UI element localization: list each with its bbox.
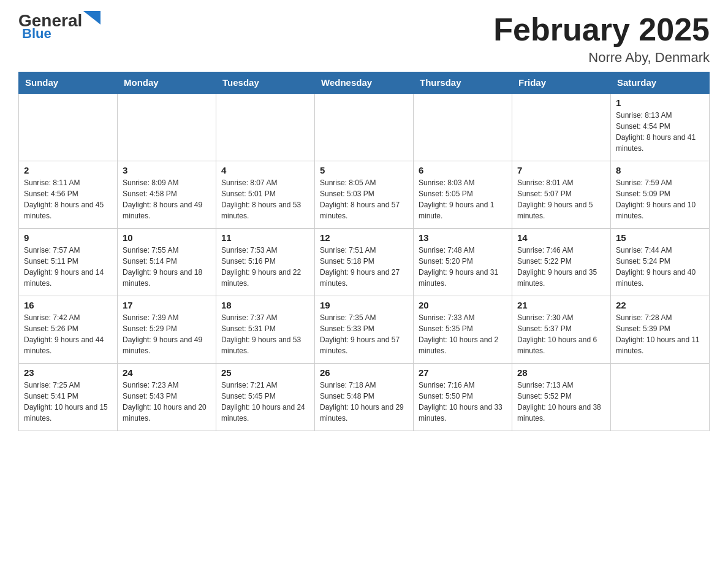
day-number: 7 (517, 165, 605, 175)
day-info: Sunrise: 8:05 AMSunset: 5:03 PMDaylight:… (320, 177, 408, 221)
calendar-day-cell (512, 93, 611, 161)
calendar-day-cell: 1Sunrise: 8:13 AMSunset: 4:54 PMDaylight… (611, 93, 710, 161)
title-block: February 2025 Norre Aby, Denmark (493, 12, 710, 66)
calendar-day-cell: 23Sunrise: 7:25 AMSunset: 5:41 PMDayligh… (19, 363, 118, 431)
calendar-week-row: 2Sunrise: 8:11 AMSunset: 4:56 PMDaylight… (19, 161, 710, 228)
logo: General Blue (18, 12, 100, 42)
day-info: Sunrise: 8:03 AMSunset: 5:05 PMDaylight:… (419, 177, 507, 221)
calendar-day-cell: 3Sunrise: 8:09 AMSunset: 4:58 PMDaylight… (118, 161, 216, 228)
weekday-header-row: SundayMondayTuesdayWednesdayThursdayFrid… (19, 72, 710, 94)
calendar-day-cell (611, 363, 710, 431)
day-info: Sunrise: 7:28 AMSunset: 5:39 PMDaylight:… (616, 312, 704, 356)
calendar-day-cell: 22Sunrise: 7:28 AMSunset: 5:39 PMDayligh… (611, 296, 710, 363)
calendar-day-cell (19, 93, 118, 161)
day-info: Sunrise: 8:01 AMSunset: 5:07 PMDaylight:… (517, 177, 605, 221)
day-number: 8 (616, 165, 704, 175)
day-info: Sunrise: 7:30 AMSunset: 5:37 PMDaylight:… (517, 312, 605, 356)
day-info: Sunrise: 7:37 AMSunset: 5:31 PMDaylight:… (221, 312, 309, 356)
calendar-week-row: 23Sunrise: 7:25 AMSunset: 5:41 PMDayligh… (19, 363, 710, 431)
day-info: Sunrise: 7:55 AMSunset: 5:14 PMDaylight:… (123, 245, 211, 289)
logo-icon (83, 11, 100, 28)
calendar-day-cell: 21Sunrise: 7:30 AMSunset: 5:37 PMDayligh… (512, 296, 611, 363)
day-info: Sunrise: 8:09 AMSunset: 4:58 PMDaylight:… (123, 177, 211, 221)
day-number: 11 (221, 232, 309, 243)
calendar-day-cell: 4Sunrise: 8:07 AMSunset: 5:01 PMDaylight… (216, 161, 315, 228)
weekday-header-tuesday: Tuesday (216, 72, 315, 94)
calendar-day-cell: 13Sunrise: 7:48 AMSunset: 5:20 PMDayligh… (414, 228, 512, 296)
day-info: Sunrise: 7:13 AMSunset: 5:52 PMDaylight:… (517, 380, 605, 424)
day-number: 24 (123, 367, 211, 378)
day-number: 1 (616, 98, 704, 108)
day-info: Sunrise: 7:48 AMSunset: 5:20 PMDaylight:… (419, 245, 507, 289)
calendar-day-cell: 5Sunrise: 8:05 AMSunset: 5:03 PMDaylight… (315, 161, 414, 228)
calendar-day-cell: 27Sunrise: 7:16 AMSunset: 5:50 PMDayligh… (414, 363, 512, 431)
day-number: 27 (419, 367, 507, 378)
calendar-day-cell: 10Sunrise: 7:55 AMSunset: 5:14 PMDayligh… (118, 228, 216, 296)
day-number: 10 (123, 232, 211, 243)
day-number: 25 (221, 367, 309, 378)
day-info: Sunrise: 7:57 AMSunset: 5:11 PMDaylight:… (24, 245, 112, 289)
day-number: 2 (24, 165, 112, 175)
calendar-day-cell: 16Sunrise: 7:42 AMSunset: 5:26 PMDayligh… (19, 296, 118, 363)
day-number: 5 (320, 165, 408, 175)
day-number: 20 (419, 300, 507, 310)
calendar-day-cell (216, 93, 315, 161)
day-info: Sunrise: 8:13 AMSunset: 4:54 PMDaylight:… (616, 110, 704, 154)
calendar-day-cell: 19Sunrise: 7:35 AMSunset: 5:33 PMDayligh… (315, 296, 414, 363)
calendar-day-cell: 17Sunrise: 7:39 AMSunset: 5:29 PMDayligh… (118, 296, 216, 363)
weekday-header-sunday: Sunday (19, 72, 118, 94)
day-number: 18 (221, 300, 309, 310)
calendar-day-cell: 6Sunrise: 8:03 AMSunset: 5:05 PMDaylight… (414, 161, 512, 228)
weekday-header-thursday: Thursday (414, 72, 512, 94)
day-info: Sunrise: 7:21 AMSunset: 5:45 PMDaylight:… (221, 380, 309, 424)
calendar-day-cell (315, 93, 414, 161)
day-info: Sunrise: 8:11 AMSunset: 4:56 PMDaylight:… (24, 177, 112, 221)
calendar-day-cell: 2Sunrise: 8:11 AMSunset: 4:56 PMDaylight… (19, 161, 118, 228)
day-number: 26 (320, 367, 408, 378)
calendar-day-cell: 7Sunrise: 8:01 AMSunset: 5:07 PMDaylight… (512, 161, 611, 228)
calendar-day-cell: 8Sunrise: 7:59 AMSunset: 5:09 PMDaylight… (611, 161, 710, 228)
day-info: Sunrise: 7:42 AMSunset: 5:26 PMDaylight:… (24, 312, 112, 356)
day-info: Sunrise: 7:51 AMSunset: 5:18 PMDaylight:… (320, 245, 408, 289)
svg-marker-0 (83, 11, 100, 25)
day-number: 22 (616, 300, 704, 310)
day-number: 4 (221, 165, 309, 175)
day-info: Sunrise: 7:44 AMSunset: 5:24 PMDaylight:… (616, 245, 704, 289)
day-info: Sunrise: 8:07 AMSunset: 5:01 PMDaylight:… (221, 177, 309, 221)
month-title: February 2025 (493, 12, 710, 47)
calendar-day-cell: 28Sunrise: 7:13 AMSunset: 5:52 PMDayligh… (512, 363, 611, 431)
day-info: Sunrise: 7:23 AMSunset: 5:43 PMDaylight:… (123, 380, 211, 424)
day-info: Sunrise: 7:18 AMSunset: 5:48 PMDaylight:… (320, 380, 408, 424)
day-info: Sunrise: 7:35 AMSunset: 5:33 PMDaylight:… (320, 312, 408, 356)
calendar-day-cell: 24Sunrise: 7:23 AMSunset: 5:43 PMDayligh… (118, 363, 216, 431)
calendar-day-cell (414, 93, 512, 161)
calendar-day-cell: 25Sunrise: 7:21 AMSunset: 5:45 PMDayligh… (216, 363, 315, 431)
calendar-day-cell: 20Sunrise: 7:33 AMSunset: 5:35 PMDayligh… (414, 296, 512, 363)
calendar-day-cell: 12Sunrise: 7:51 AMSunset: 5:18 PMDayligh… (315, 228, 414, 296)
calendar-day-cell: 11Sunrise: 7:53 AMSunset: 5:16 PMDayligh… (216, 228, 315, 296)
location: Norre Aby, Denmark (493, 50, 710, 66)
day-number: 16 (24, 300, 112, 310)
day-number: 28 (517, 367, 605, 378)
day-info: Sunrise: 7:25 AMSunset: 5:41 PMDaylight:… (24, 380, 112, 424)
weekday-header-monday: Monday (118, 72, 216, 94)
page-header: General Blue February 2025 Norre Aby, De… (18, 12, 710, 66)
day-number: 15 (616, 232, 704, 243)
day-info: Sunrise: 7:16 AMSunset: 5:50 PMDaylight:… (419, 380, 507, 424)
day-info: Sunrise: 7:53 AMSunset: 5:16 PMDaylight:… (221, 245, 309, 289)
calendar-day-cell: 15Sunrise: 7:44 AMSunset: 5:24 PMDayligh… (611, 228, 710, 296)
day-number: 13 (419, 232, 507, 243)
day-number: 6 (419, 165, 507, 175)
logo-blue: Blue (22, 26, 51, 41)
calendar-table: SundayMondayTuesdayWednesdayThursdayFrid… (18, 72, 710, 431)
calendar-day-cell: 14Sunrise: 7:46 AMSunset: 5:22 PMDayligh… (512, 228, 611, 296)
calendar-day-cell: 18Sunrise: 7:37 AMSunset: 5:31 PMDayligh… (216, 296, 315, 363)
day-info: Sunrise: 7:33 AMSunset: 5:35 PMDaylight:… (419, 312, 507, 356)
calendar-day-cell (118, 93, 216, 161)
day-info: Sunrise: 7:46 AMSunset: 5:22 PMDaylight:… (517, 245, 605, 289)
day-number: 23 (24, 367, 112, 378)
day-number: 19 (320, 300, 408, 310)
day-number: 9 (24, 232, 112, 243)
calendar-day-cell: 26Sunrise: 7:18 AMSunset: 5:48 PMDayligh… (315, 363, 414, 431)
calendar-week-row: 9Sunrise: 7:57 AMSunset: 5:11 PMDaylight… (19, 228, 710, 296)
